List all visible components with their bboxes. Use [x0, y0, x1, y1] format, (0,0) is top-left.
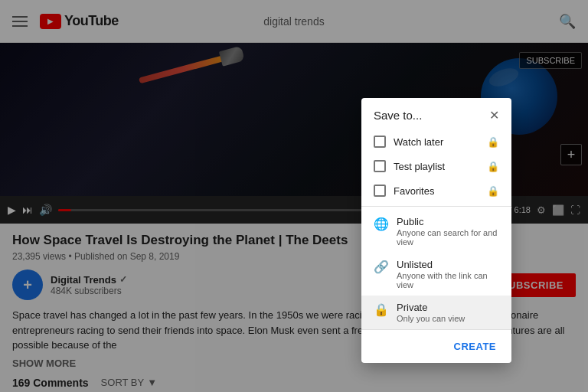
privacy-name-public: Public [397, 216, 499, 227]
privacy-desc-private: Only you can view [397, 314, 499, 323]
playlist-name-test: Test playlist [394, 161, 479, 172]
playlist-item-watch-later[interactable]: Watch later 🔒 [361, 129, 511, 154]
dialog-close-button[interactable]: ✕ [489, 109, 499, 122]
privacy-desc-unlisted: Anyone with the link can view [397, 271, 499, 289]
playlist-name-watch-later: Watch later [394, 136, 479, 148]
privacy-info-unlisted: Unlisted Anyone with the link can view [397, 259, 499, 289]
privacy-option-public[interactable]: 🌐 Public Anyone can search for and view [361, 210, 511, 253]
playlist-item-favorites[interactable]: Favorites 🔒 [361, 178, 511, 203]
create-playlist-button[interactable]: CREATE [448, 336, 502, 357]
private-icon: 🔒 [374, 302, 389, 317]
watch-later-checkbox[interactable] [374, 136, 386, 148]
watch-later-lock-icon: 🔒 [487, 136, 499, 148]
privacy-info-public: Public Anyone can search for and view [397, 216, 499, 247]
playlist-item-test[interactable]: Test playlist 🔒 [361, 154, 511, 178]
playlist-name-favorites: Favorites [394, 185, 479, 197]
privacy-option-private[interactable]: 🔒 Private Only you can view [361, 296, 511, 329]
favorites-lock-icon: 🔒 [487, 185, 499, 197]
public-icon: 🌐 [374, 217, 389, 231]
dialog-footer: CREATE [361, 329, 511, 363]
privacy-name-private: Private [397, 302, 499, 313]
favorites-checkbox[interactable] [374, 185, 386, 197]
dialog-divider [361, 206, 511, 207]
dialog-title: Save to... [374, 109, 422, 122]
test-playlist-lock-icon: 🔒 [487, 161, 499, 172]
test-playlist-checkbox[interactable] [374, 160, 386, 172]
privacy-desc-public: Anyone can search for and view [397, 228, 499, 247]
privacy-name-unlisted: Unlisted [397, 259, 499, 270]
save-to-dialog: Save to... ✕ Watch later 🔒 Test playlist… [361, 98, 511, 363]
dialog-header: Save to... ✕ [361, 98, 511, 129]
privacy-option-unlisted[interactable]: 🔗 Unlisted Anyone with the link can view [361, 253, 511, 296]
privacy-info-private: Private Only you can view [397, 302, 499, 323]
unlisted-icon: 🔗 [374, 260, 389, 274]
